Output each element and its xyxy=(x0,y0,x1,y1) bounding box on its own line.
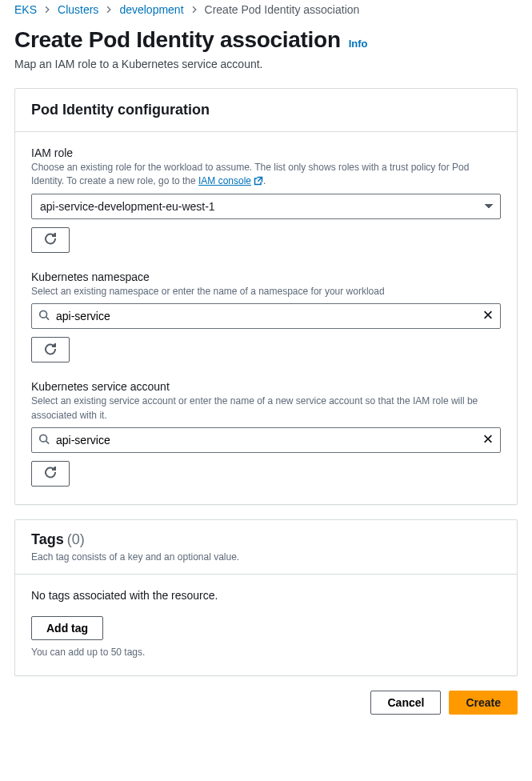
tags-title: Tags xyxy=(31,531,64,548)
pod-identity-config-panel: Pod Identity configuration IAM role Choo… xyxy=(14,88,518,505)
refresh-icon xyxy=(44,466,57,481)
chevron-right-icon xyxy=(43,6,51,14)
tags-limit-text: You can add up to 50 tags. xyxy=(31,647,501,658)
refresh-icon xyxy=(44,232,57,247)
iam-role-label: IAM role xyxy=(31,146,501,159)
create-button[interactable]: Create xyxy=(449,691,518,715)
search-icon xyxy=(38,310,50,323)
footer-actions: Cancel Create xyxy=(0,691,532,729)
breadcrumb-development[interactable]: development xyxy=(119,3,183,16)
clear-icon[interactable] xyxy=(481,431,495,448)
page-subtitle: Map an IAM role to a Kubernetes service … xyxy=(14,58,518,70)
service-account-input-wrap xyxy=(31,427,501,453)
chevron-right-icon xyxy=(190,6,198,14)
tags-subtitle: Each tag consists of a key and an option… xyxy=(31,551,501,563)
tags-empty-message: No tags associated with the resource. xyxy=(31,589,501,602)
iam-console-link[interactable]: IAM console xyxy=(198,175,263,186)
svg-point-1 xyxy=(40,435,47,442)
cancel-button[interactable]: Cancel xyxy=(370,691,441,715)
service-account-group: Kubernetes service account Select an exi… xyxy=(31,380,501,487)
iam-role-desc: Choose an existing role for the workload… xyxy=(31,161,501,189)
breadcrumb-eks[interactable]: EKS xyxy=(14,3,37,16)
breadcrumb-current: Create Pod Identity association xyxy=(205,3,360,16)
add-tag-button[interactable]: Add tag xyxy=(31,616,103,640)
caret-down-icon xyxy=(484,200,494,213)
external-link-icon xyxy=(254,176,263,186)
iam-role-refresh-button[interactable] xyxy=(31,227,70,253)
iam-role-select[interactable]: api-service-development-eu-west-1 xyxy=(31,194,501,219)
page-title: Create Pod Identity association xyxy=(14,27,341,53)
tags-panel: Tags (0) Each tag consists of a key and … xyxy=(14,519,518,676)
chevron-right-icon xyxy=(105,6,113,14)
service-account-label: Kubernetes service account xyxy=(31,380,501,393)
tags-count: (0) xyxy=(67,531,85,548)
namespace-input[interactable] xyxy=(56,310,476,322)
clear-icon[interactable] xyxy=(481,308,495,325)
panel-title: Pod Identity configuration xyxy=(15,89,517,132)
service-account-refresh-button[interactable] xyxy=(31,461,70,487)
namespace-group: Kubernetes namespace Select an existing … xyxy=(31,270,501,362)
iam-role-desc-suffix: . xyxy=(263,175,266,186)
namespace-label: Kubernetes namespace xyxy=(31,270,501,283)
refresh-icon xyxy=(44,342,57,358)
svg-point-0 xyxy=(40,310,47,318)
iam-role-group: IAM role Choose an existing role for the… xyxy=(31,146,501,253)
namespace-input-wrap xyxy=(31,303,501,329)
namespace-refresh-button[interactable] xyxy=(31,337,70,362)
breadcrumb-clusters[interactable]: Clusters xyxy=(58,3,98,16)
info-link[interactable]: Info xyxy=(349,38,368,50)
namespace-desc: Select an existing namespace or enter th… xyxy=(31,285,501,298)
breadcrumb: EKS Clusters development Create Pod Iden… xyxy=(0,0,532,22)
iam-role-value: api-service-development-eu-west-1 xyxy=(40,200,215,213)
service-account-desc: Select an existing service account or en… xyxy=(31,395,501,423)
search-icon xyxy=(38,433,50,447)
service-account-input[interactable] xyxy=(56,434,476,447)
